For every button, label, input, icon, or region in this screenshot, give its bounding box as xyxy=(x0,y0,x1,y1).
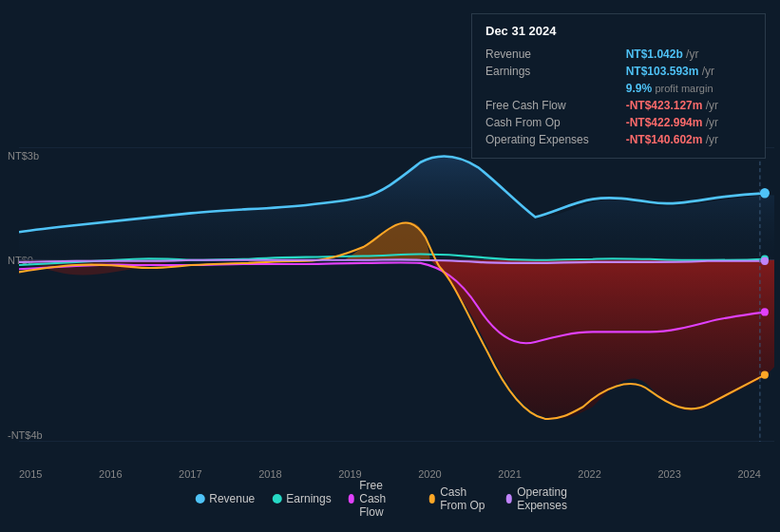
tooltip-label-opex: Operating Expenses xyxy=(485,131,626,148)
tooltip-table: Revenue NT$1.042b /yr Earnings NT$103.59… xyxy=(485,46,751,148)
tooltip-value-fcf: -NT$423.127m /yr xyxy=(626,97,751,114)
tooltip-value-revenue: NT$1.042b /yr xyxy=(626,46,751,63)
tooltip-label-profit-margin xyxy=(485,80,626,97)
legend-item-fcf: Free Cash Flow xyxy=(349,479,412,519)
legend-label-cashfromop: Cash From Op xyxy=(440,485,488,512)
tooltip-value-earnings: NT$103.593m /yr xyxy=(626,63,751,80)
tooltip-row-earnings: Earnings NT$103.593m /yr xyxy=(485,63,751,80)
tooltip-label-earnings: Earnings xyxy=(485,63,626,80)
tooltip-label-revenue: Revenue xyxy=(485,46,626,63)
legend-item-earnings: Earnings xyxy=(272,492,331,505)
legend-dot-opex xyxy=(506,494,513,504)
legend-dot-fcf xyxy=(349,494,355,504)
tooltip-row-profit-margin: 9.9% profit margin xyxy=(485,80,751,97)
legend-dot-revenue xyxy=(195,494,204,504)
legend-label-fcf: Free Cash Flow xyxy=(359,479,411,519)
x-label-2016: 2016 xyxy=(99,468,122,480)
tooltip-value-cashfromop: -NT$422.994m /yr xyxy=(626,114,751,131)
tooltip-value-opex: -NT$140.602m /yr xyxy=(626,131,751,148)
legend-dot-cashfromop xyxy=(429,494,436,504)
chart-legend: Revenue Earnings Free Cash Flow Cash Fro… xyxy=(195,479,585,519)
legend-item-cashfromop: Cash From Op xyxy=(429,485,489,512)
legend-item-revenue: Revenue xyxy=(195,492,255,505)
x-label-2024: 2024 xyxy=(737,468,760,480)
tooltip-label-cashfromop: Cash From Op xyxy=(485,114,626,131)
legend-label-revenue: Revenue xyxy=(209,492,255,505)
x-label-2023: 2023 xyxy=(657,468,680,480)
opex-end-dot xyxy=(761,257,769,265)
tooltip-label-fcf: Free Cash Flow xyxy=(485,97,626,114)
tooltip-value-profit-margin: 9.9% profit margin xyxy=(626,80,751,97)
x-label-2015: 2015 xyxy=(19,468,42,480)
legend-dot-earnings xyxy=(272,494,281,504)
cashfromop-end-dot xyxy=(761,370,769,378)
legend-label-earnings: Earnings xyxy=(286,492,331,505)
tooltip-panel: Dec 31 2024 Revenue NT$1.042b /yr Earnin… xyxy=(471,13,766,159)
legend-item-opex: Operating Expenses xyxy=(506,485,585,512)
tooltip-row-cashfromop: Cash From Op -NT$422.994m /yr xyxy=(485,114,751,131)
tooltip-row-revenue: Revenue NT$1.042b /yr xyxy=(485,46,751,63)
chart-svg xyxy=(19,147,774,442)
fcf-end-dot xyxy=(761,308,769,315)
tooltip-date: Dec 31 2024 xyxy=(485,24,751,38)
revenue-end-dot xyxy=(760,188,770,199)
chart-container: Dec 31 2024 Revenue NT$1.042b /yr Earnin… xyxy=(0,0,780,532)
tooltip-row-fcf: Free Cash Flow -NT$423.127m /yr xyxy=(485,97,751,114)
tooltip-row-opex: Operating Expenses -NT$140.602m /yr xyxy=(485,131,751,148)
legend-label-opex: Operating Expenses xyxy=(517,485,585,512)
